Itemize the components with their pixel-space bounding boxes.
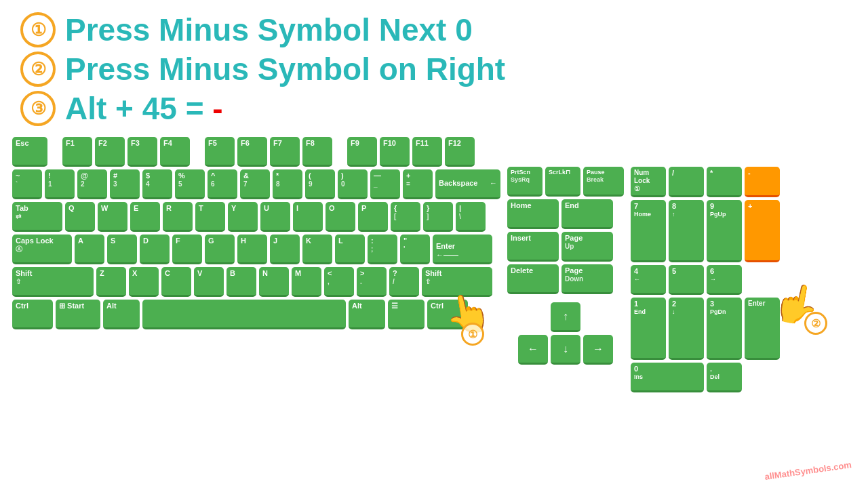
key-np-slash[interactable]: /	[669, 167, 704, 197]
key-0[interactable]: )0	[338, 169, 368, 199]
key-x[interactable]: X	[129, 267, 159, 297]
key-ctrl-right[interactable]: Ctrl	[427, 300, 468, 329]
key-j[interactable]: J	[270, 235, 300, 264]
key-np-6[interactable]: 6→	[707, 265, 742, 295]
key-f11[interactable]: F11	[412, 137, 442, 167]
key-f[interactable]: F	[172, 235, 202, 264]
key-r[interactable]: R	[163, 202, 193, 232]
key-shift-right[interactable]: Shift⇧	[422, 267, 492, 297]
key-g[interactable]: G	[205, 235, 235, 264]
key-f5[interactable]: F5	[205, 137, 235, 167]
key-np-8[interactable]: 8↑	[669, 200, 704, 262]
key-np-multiply[interactable]: *	[707, 167, 742, 197]
key-arrow-down[interactable]: ↓	[551, 335, 580, 365]
key-np-4[interactable]: 4←	[631, 265, 666, 295]
key-np-2[interactable]: 2↓	[669, 298, 704, 360]
key-3[interactable]: #3	[110, 169, 140, 199]
key-numlock[interactable]: NumLock①	[631, 167, 666, 197]
key-f3[interactable]: F3	[127, 137, 157, 167]
key-h[interactable]: H	[237, 235, 267, 264]
key-backslash[interactable]: |\	[456, 202, 486, 232]
key-home[interactable]: Home	[507, 199, 559, 229]
key-np-9[interactable]: 9PgUp	[707, 200, 742, 262]
key-k[interactable]: K	[302, 235, 332, 264]
key-pagedown[interactable]: PageDown	[561, 264, 613, 294]
key-6[interactable]: ^6	[208, 169, 237, 199]
key-1[interactable]: !1	[45, 169, 75, 199]
key-arrow-right[interactable]: →	[583, 335, 613, 365]
key-insert[interactable]: Insert	[507, 232, 559, 262]
key-2[interactable]: @2	[77, 169, 107, 199]
key-np-plus[interactable]: +	[745, 200, 780, 262]
key-p[interactable]: P	[358, 202, 388, 232]
key-t[interactable]: T	[195, 202, 225, 232]
key-np-7[interactable]: 7Home	[631, 200, 666, 262]
key-f8[interactable]: F8	[302, 137, 332, 167]
key-f12[interactable]: F12	[445, 137, 475, 167]
key-backspace[interactable]: Backspace←	[435, 169, 500, 199]
key-v[interactable]: V	[194, 267, 224, 297]
key-8[interactable]: *8	[273, 169, 302, 199]
key-y[interactable]: Y	[228, 202, 258, 232]
key-alt-left[interactable]: Alt	[103, 300, 140, 329]
key-9[interactable]: (9	[305, 169, 335, 199]
key-np-0[interactable]: 0Ins	[631, 363, 704, 392]
key-i[interactable]: I	[293, 202, 323, 232]
key-f4[interactable]: F4	[160, 137, 190, 167]
key-4[interactable]: $4	[142, 169, 172, 199]
key-backtick[interactable]: ~`	[12, 169, 42, 199]
key-shift-left[interactable]: Shift⇧	[12, 267, 94, 297]
key-comma[interactable]: <,	[324, 267, 354, 297]
key-bracket-close[interactable]: }]	[423, 202, 453, 232]
key-f7[interactable]: F7	[270, 137, 300, 167]
key-7[interactable]: &7	[240, 169, 270, 199]
key-bracket-open[interactable]: {[	[391, 202, 420, 232]
key-caps-lock[interactable]: Caps LockⒶ	[12, 235, 72, 264]
key-windows[interactable]: ⊞ Start	[56, 300, 100, 329]
key-m[interactable]: M	[292, 267, 321, 297]
key-arrow-left[interactable]: ←	[518, 335, 548, 365]
key-enter[interactable]: Enter←——	[433, 235, 492, 264]
key-e[interactable]: E	[130, 202, 160, 232]
key-esc[interactable]: Esc	[12, 137, 47, 167]
key-quote[interactable]: "'	[400, 235, 430, 264]
key-scrlk[interactable]: ScrLk⊓	[545, 167, 580, 197]
key-z[interactable]: Z	[96, 267, 126, 297]
key-np-dot[interactable]: .Del	[707, 363, 742, 392]
key-slash[interactable]: ?/	[389, 267, 419, 297]
key-f1[interactable]: F1	[62, 137, 92, 167]
key-np-enter[interactable]: Enter	[745, 298, 780, 360]
key-l[interactable]: L	[335, 235, 365, 264]
key-s[interactable]: S	[107, 235, 137, 264]
key-o[interactable]: O	[326, 202, 355, 232]
key-tab[interactable]: Tab⇄	[12, 202, 62, 232]
key-end[interactable]: End	[561, 199, 613, 229]
key-minus[interactable]: —_	[370, 169, 400, 199]
key-delete[interactable]: Delete	[507, 264, 559, 294]
key-d[interactable]: D	[140, 235, 170, 264]
key-n[interactable]: N	[259, 267, 289, 297]
key-np-5[interactable]: 5	[669, 265, 704, 295]
key-space[interactable]	[142, 300, 346, 329]
key-equals[interactable]: +=	[403, 169, 433, 199]
key-prtscn[interactable]: PrtScnSysRq	[507, 167, 542, 197]
key-5[interactable]: %5	[175, 169, 205, 199]
key-ctrl-left[interactable]: Ctrl	[12, 300, 53, 329]
key-np-minus[interactable]: -	[745, 167, 780, 197]
key-semicolon[interactable]: :;	[368, 235, 397, 264]
key-c[interactable]: C	[161, 267, 191, 297]
key-f9[interactable]: F9	[347, 137, 377, 167]
key-pageup[interactable]: PageUp	[561, 232, 613, 262]
key-f6[interactable]: F6	[237, 137, 267, 167]
key-u[interactable]: U	[260, 202, 290, 232]
key-np-1[interactable]: 1End	[631, 298, 666, 360]
key-arrow-up[interactable]: ↑	[551, 302, 580, 332]
key-alt-right[interactable]: Alt	[349, 300, 385, 329]
key-f2[interactable]: F2	[95, 137, 125, 167]
key-menu[interactable]: ☰	[388, 300, 425, 329]
key-q[interactable]: Q	[65, 202, 95, 232]
key-np-3[interactable]: 3PgDn	[707, 298, 742, 360]
key-pause[interactable]: PauseBreak	[583, 167, 624, 197]
key-w[interactable]: W	[98, 202, 127, 232]
key-period[interactable]: >.	[357, 267, 387, 297]
